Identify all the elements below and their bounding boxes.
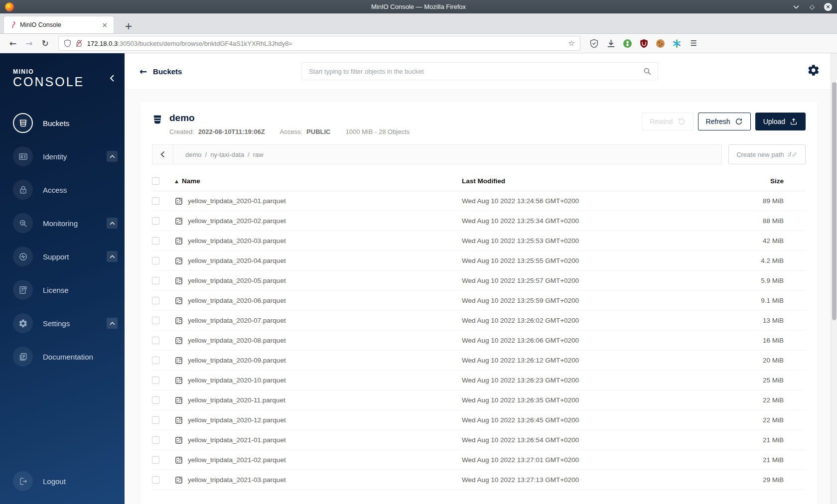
rewind-icon — [678, 118, 686, 126]
table-row[interactable]: yellow_tripdata_2020-09.parquet Wed Aug … — [152, 351, 806, 371]
table-row[interactable]: yellow_tripdata_2020-02.parquet Wed Aug … — [152, 211, 806, 231]
filter-objects-input[interactable] — [301, 62, 658, 80]
browser-tab-minio-console[interactable]: MinIO Console × — [4, 16, 114, 33]
create-path-icon: :/ — [788, 151, 798, 158]
upload-button[interactable]: Upload — [755, 113, 806, 130]
table-row[interactable]: yellow_tripdata_2020-12.parquet Wed Aug … — [152, 410, 806, 430]
object-file-icon — [175, 317, 183, 325]
back-to-buckets-link[interactable]: ← Buckets — [140, 66, 239, 77]
sidebar-item-settings[interactable]: Settings — [13, 312, 125, 335]
tracking-protection-shield-icon[interactable] — [64, 39, 71, 47]
row-checkbox[interactable] — [152, 197, 159, 205]
row-checkbox[interactable] — [152, 277, 159, 284]
object-file-icon — [175, 217, 183, 225]
object-file-icon — [175, 416, 183, 424]
row-checkbox[interactable] — [152, 377, 159, 384]
row-checkbox[interactable] — [152, 357, 159, 364]
sidebar-item-monitoring[interactable]: Monitoring — [13, 212, 125, 235]
tab-close-icon[interactable]: × — [100, 21, 110, 29]
row-checkbox[interactable] — [152, 416, 159, 424]
table-row[interactable]: yellow_tripdata_2021-02.parquet Wed Aug … — [152, 450, 806, 470]
browser-forward-button[interactable]: → — [21, 38, 37, 48]
chevron-up-icon[interactable] — [107, 218, 118, 229]
window-maximize-button[interactable]: ◇ — [808, 3, 816, 11]
table-row[interactable]: yellow_tripdata_2020-06.parquet Wed Aug … — [152, 291, 806, 311]
breadcrumb-segment[interactable]: ny-taxi-data — [210, 151, 244, 158]
object-size: 16 MiB — [746, 337, 806, 344]
breadcrumb-separator: / — [248, 151, 250, 158]
object-file-icon — [175, 277, 183, 285]
console-settings-gear-icon[interactable] — [807, 64, 820, 79]
table-row[interactable]: yellow_tripdata_2020-04.parquet Wed Aug … — [152, 251, 806, 271]
sort-ascending-icon: ▲ — [175, 179, 178, 184]
cookie-extension-icon[interactable] — [656, 39, 665, 48]
insecure-connection-lock-icon[interactable] — [75, 39, 83, 47]
sidebar-item-buckets[interactable]: Buckets — [13, 112, 125, 134]
monitoring-icon — [13, 213, 33, 233]
row-checkbox[interactable] — [152, 237, 159, 245]
extension-green-icon[interactable] — [623, 39, 632, 48]
breadcrumb-segment[interactable]: raw — [253, 151, 264, 158]
column-header-name[interactable]: ▲ Name — [175, 177, 462, 185]
table-row[interactable]: yellow_tripdata_2020-07.parquet Wed Aug … — [152, 311, 806, 331]
breadcrumb-segment[interactable]: demo — [185, 151, 202, 158]
row-checkbox[interactable] — [152, 217, 159, 225]
sidebar-item-identity[interactable]: Identity — [13, 145, 125, 168]
pinwheel-extension-icon[interactable] — [672, 39, 682, 48]
downloads-icon[interactable] — [606, 39, 616, 48]
sidebar-item-access[interactable]: Access — [13, 178, 125, 201]
table-row[interactable]: yellow_tripdata_2021-03.parquet Wed Aug … — [152, 470, 806, 490]
row-checkbox[interactable] — [152, 476, 159, 484]
browser-menu-icon[interactable]: ☰ — [689, 39, 698, 48]
bookmark-star-icon[interactable]: ☆ — [568, 39, 574, 48]
chevron-up-icon[interactable] — [107, 151, 118, 162]
object-file-icon — [175, 297, 183, 305]
row-checkbox[interactable] — [152, 317, 159, 324]
url-bar[interactable]: 172.18.0.3:30503/buckets/demo/browse/bnk… — [58, 36, 580, 51]
new-tab-button[interactable]: + — [121, 20, 137, 33]
table-row[interactable]: yellow_tripdata_2020-08.parquet Wed Aug … — [152, 331, 806, 351]
chevron-up-icon[interactable] — [107, 318, 118, 329]
documentation-icon — [13, 347, 33, 367]
sidebar-item-support[interactable]: Support — [13, 245, 125, 268]
support-icon — [13, 247, 33, 266]
sidebar-item-license[interactable]: License — [13, 278, 125, 301]
browser-back-button[interactable]: ← — [5, 38, 21, 48]
window-title: MinIO Console — Mozilla Firefox — [0, 3, 837, 10]
object-name: yellow_tripdata_2020-01.parquet — [188, 197, 286, 205]
window-close-button[interactable]: × — [824, 3, 832, 11]
page-scrollbar-thumb[interactable] — [832, 82, 837, 320]
select-all-checkbox[interactable] — [152, 177, 159, 185]
object-name: yellow_tripdata_2020-10.parquet — [188, 377, 286, 384]
license-icon — [13, 280, 33, 300]
breadcrumb-back-button[interactable] — [152, 145, 173, 164]
table-row[interactable]: yellow_tripdata_2021-01.parquet Wed Aug … — [152, 430, 806, 450]
table-row[interactable]: yellow_tripdata_2020-11.parquet Wed Aug … — [152, 390, 806, 410]
table-row[interactable]: yellow_tripdata_2020-03.parquet Wed Aug … — [152, 231, 806, 251]
window-minimize-button[interactable] — [792, 3, 800, 11]
refresh-button[interactable]: Refresh — [698, 113, 751, 130]
chevron-up-icon[interactable] — [107, 251, 118, 262]
table-row[interactable]: yellow_tripdata_2020-01.parquet Wed Aug … — [152, 191, 806, 211]
object-size: 21 MiB — [746, 436, 806, 444]
permissions-shield-icon[interactable] — [589, 39, 599, 48]
create-new-path-button[interactable]: Create new path :/ — [728, 144, 806, 164]
object-size: 25 MiB — [746, 377, 806, 384]
browser-reload-button[interactable]: ↻ — [37, 38, 53, 48]
row-checkbox[interactable] — [152, 297, 159, 304]
row-checkbox[interactable] — [152, 337, 159, 344]
sidebar-item-logout[interactable]: Logout — [13, 471, 125, 491]
object-last-modified: Wed Aug 10 2022 13:24:56 GMT+0200 — [462, 197, 746, 205]
object-size: 21 MiB — [746, 456, 806, 464]
table-row[interactable]: yellow_tripdata_2020-10.parquet Wed Aug … — [152, 371, 806, 390]
ublock-origin-icon[interactable] — [639, 39, 649, 48]
table-row[interactable]: yellow_tripdata_2020-05.parquet Wed Aug … — [152, 271, 806, 291]
sidebar-collapse-icon[interactable] — [109, 74, 116, 82]
sidebar-item-documentation[interactable]: Documentation — [13, 345, 125, 368]
row-checkbox[interactable] — [152, 257, 159, 264]
row-checkbox[interactable] — [152, 456, 159, 464]
row-checkbox[interactable] — [152, 396, 159, 404]
object-name: yellow_tripdata_2020-03.parquet — [188, 237, 286, 245]
row-checkbox[interactable] — [152, 436, 159, 444]
object-name: yellow_tripdata_2021-02.parquet — [188, 456, 286, 464]
